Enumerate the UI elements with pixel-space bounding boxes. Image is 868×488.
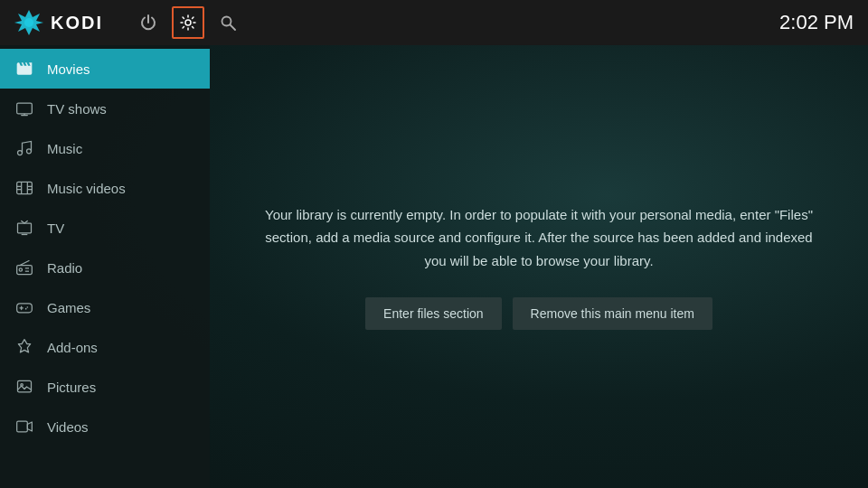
svg-rect-28: [18, 380, 32, 392]
sidebar-item-games[interactable]: Games: [0, 287, 210, 327]
sidebar-item-videos[interactable]: Videos: [0, 407, 210, 446]
musicvideos-icon: [14, 178, 34, 198]
power-icon: [140, 14, 156, 31]
tv-icon: [14, 218, 34, 238]
games-icon: [14, 297, 34, 317]
action-buttons: Enter files section Remove this main men…: [365, 297, 712, 330]
remove-menu-item-button[interactable]: Remove this main menu item: [513, 297, 712, 330]
radio-icon: [14, 258, 34, 277]
empty-library-message: Your library is currently empty. In orde…: [264, 203, 814, 273]
app-title: KODI: [51, 13, 103, 33]
svg-point-8: [18, 151, 23, 155]
sidebar-item-tvshows[interactable]: TV shows: [0, 89, 210, 128]
svg-line-4: [231, 25, 236, 31]
svg-rect-10: [17, 182, 33, 193]
content-area: Movies TV shows Music Music videos TV: [0, 45, 868, 488]
sidebar-label-movies: Movies: [47, 61, 90, 77]
clock: 2:02 PM: [779, 11, 854, 34]
power-button[interactable]: [132, 6, 165, 39]
svg-point-1: [24, 18, 33, 27]
sidebar-item-addons[interactable]: Add-ons: [0, 327, 210, 367]
sidebar-item-musicvideos[interactable]: Music videos: [0, 168, 210, 208]
top-bar: KODI: [0, 0, 868, 45]
sidebar-label-videos: Videos: [47, 419, 89, 435]
sidebar-label-tv: TV: [47, 221, 64, 236]
addons-icon: [14, 337, 34, 357]
svg-point-2: [185, 20, 191, 25]
svg-point-27: [25, 308, 27, 310]
main-content: Your library is currently empty. In orde…: [210, 45, 868, 488]
settings-icon: [180, 14, 196, 31]
sidebar-item-radio[interactable]: Radio: [0, 248, 210, 287]
music-icon: [14, 138, 34, 158]
kodi-logo: KODI: [14, 8, 103, 37]
sidebar: Movies TV shows Music Music videos TV: [0, 45, 210, 488]
svg-rect-30: [17, 421, 28, 432]
svg-point-26: [27, 306, 29, 308]
svg-rect-23: [17, 304, 33, 313]
sidebar-label-pictures: Pictures: [47, 380, 96, 395]
sidebar-label-musicvideos: Music videos: [47, 181, 126, 196]
search-icon: [220, 14, 236, 31]
sidebar-label-addons: Add-ons: [47, 340, 98, 355]
sidebar-label-tvshows: TV shows: [47, 101, 107, 117]
sidebar-label-games: Games: [47, 300, 90, 315]
top-bar-left: KODI: [14, 6, 244, 39]
sidebar-item-movies[interactable]: Movies: [0, 49, 210, 89]
enter-files-section-button[interactable]: Enter files section: [365, 297, 502, 330]
top-bar-controls: [132, 6, 244, 39]
settings-button[interactable]: [172, 6, 204, 39]
pictures-icon: [14, 377, 34, 397]
svg-point-20: [19, 268, 22, 271]
videos-icon: [14, 417, 34, 436]
sidebar-item-tv[interactable]: TV: [0, 208, 210, 248]
movies-icon: [14, 59, 34, 79]
search-button[interactable]: [212, 6, 244, 39]
sidebar-item-music[interactable]: Music: [0, 128, 210, 168]
tvshows-icon: [14, 99, 34, 118]
sidebar-item-pictures[interactable]: Pictures: [0, 367, 210, 407]
sidebar-label-radio: Radio: [47, 260, 82, 276]
kodi-logo-icon: [14, 8, 43, 37]
sidebar-label-music: Music: [47, 141, 82, 156]
svg-rect-17: [18, 223, 32, 233]
svg-point-9: [27, 149, 32, 154]
svg-rect-5: [17, 103, 33, 114]
